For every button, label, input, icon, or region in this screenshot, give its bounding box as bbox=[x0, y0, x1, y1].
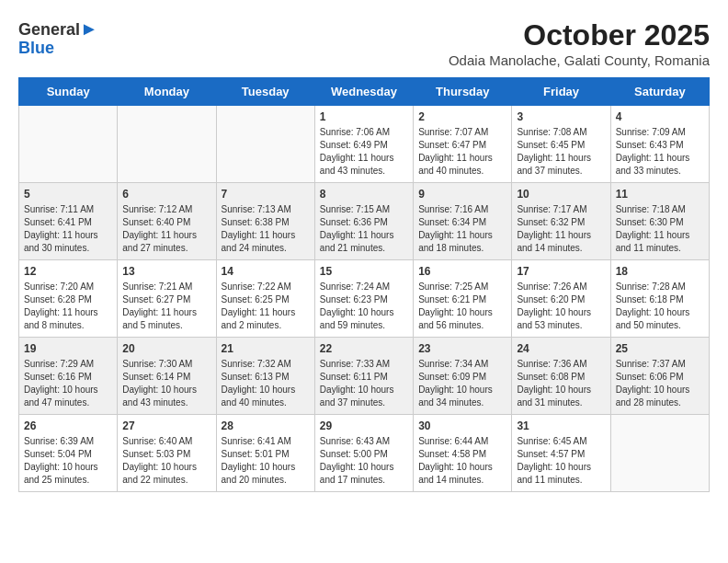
calendar-cell bbox=[19, 106, 118, 183]
calendar-cell: 6Sunrise: 7:12 AM Sunset: 6:40 PM Daylig… bbox=[118, 183, 216, 260]
day-number: 6 bbox=[122, 188, 210, 201]
day-number: 18 bbox=[616, 265, 704, 278]
calendar-cell: 26Sunrise: 6:39 AM Sunset: 5:04 PM Dayli… bbox=[19, 415, 118, 492]
calendar-cell: 1Sunrise: 7:06 AM Sunset: 6:49 PM Daylig… bbox=[314, 106, 413, 183]
title-section: October 2025 Odaia Manolache, Galati Cou… bbox=[449, 18, 710, 68]
day-number: 13 bbox=[122, 265, 210, 278]
calendar-week-row: 1Sunrise: 7:06 AM Sunset: 6:49 PM Daylig… bbox=[19, 106, 710, 183]
day-number: 14 bbox=[222, 265, 310, 278]
calendar-week-row: 5Sunrise: 7:11 AM Sunset: 6:41 PM Daylig… bbox=[19, 183, 710, 260]
day-number: 12 bbox=[24, 265, 112, 278]
day-number: 23 bbox=[418, 342, 506, 355]
location-title: Odaia Manolache, Galati County, Romania bbox=[449, 52, 710, 68]
day-cell-content: Sunrise: 7:37 AM Sunset: 6:06 PM Dayligh… bbox=[616, 358, 704, 409]
calendar-cell: 19Sunrise: 7:29 AM Sunset: 6:16 PM Dayli… bbox=[19, 338, 118, 415]
calendar-cell: 25Sunrise: 7:37 AM Sunset: 6:06 PM Dayli… bbox=[610, 338, 709, 415]
day-number: 26 bbox=[24, 419, 112, 432]
day-cell-content: Sunrise: 7:32 AM Sunset: 6:13 PM Dayligh… bbox=[222, 358, 310, 409]
day-cell-content: Sunrise: 7:22 AM Sunset: 6:25 PM Dayligh… bbox=[222, 281, 310, 332]
calendar-cell: 18Sunrise: 7:28 AM Sunset: 6:18 PM Dayli… bbox=[610, 260, 709, 338]
calendar-cell: 22Sunrise: 7:33 AM Sunset: 6:11 PM Dayli… bbox=[314, 338, 413, 415]
day-number: 7 bbox=[222, 188, 310, 201]
day-cell-content: Sunrise: 7:24 AM Sunset: 6:23 PM Dayligh… bbox=[320, 281, 408, 332]
day-cell-content: Sunrise: 7:11 AM Sunset: 6:41 PM Dayligh… bbox=[24, 203, 112, 255]
day-cell-content: Sunrise: 6:45 AM Sunset: 4:57 PM Dayligh… bbox=[517, 435, 605, 487]
day-cell-content: Sunrise: 7:20 AM Sunset: 6:28 PM Dayligh… bbox=[24, 281, 112, 332]
day-number: 19 bbox=[24, 342, 112, 355]
calendar-cell: 21Sunrise: 7:32 AM Sunset: 6:13 PM Dayli… bbox=[216, 338, 314, 415]
day-cell-content: Sunrise: 6:43 AM Sunset: 5:00 PM Dayligh… bbox=[320, 435, 408, 487]
day-number: 22 bbox=[320, 342, 408, 355]
day-cell-content: Sunrise: 7:07 AM Sunset: 6:47 PM Dayligh… bbox=[418, 126, 506, 178]
day-cell-content: Sunrise: 6:41 AM Sunset: 5:01 PM Dayligh… bbox=[222, 435, 310, 487]
page-container: General► Blue October 2025 Odaia Manolac… bbox=[18, 18, 710, 492]
weekday-header-monday: Monday bbox=[118, 78, 216, 106]
calendar-cell: 15Sunrise: 7:24 AM Sunset: 6:23 PM Dayli… bbox=[314, 260, 413, 338]
day-number: 9 bbox=[418, 188, 506, 201]
calendar-cell: 7Sunrise: 7:13 AM Sunset: 6:38 PM Daylig… bbox=[216, 183, 314, 260]
calendar-cell: 17Sunrise: 7:26 AM Sunset: 6:20 PM Dayli… bbox=[512, 260, 610, 338]
weekday-header-tuesday: Tuesday bbox=[216, 78, 314, 106]
day-number: 2 bbox=[418, 110, 506, 123]
day-cell-content: Sunrise: 7:18 AM Sunset: 6:30 PM Dayligh… bbox=[616, 203, 704, 255]
weekday-header-wednesday: Wednesday bbox=[314, 78, 413, 106]
day-cell-content: Sunrise: 7:26 AM Sunset: 6:20 PM Dayligh… bbox=[517, 281, 605, 332]
day-cell-content: Sunrise: 7:17 AM Sunset: 6:32 PM Dayligh… bbox=[517, 203, 605, 255]
calendar-cell: 27Sunrise: 6:40 AM Sunset: 5:03 PM Dayli… bbox=[118, 415, 216, 492]
day-cell-content: Sunrise: 7:06 AM Sunset: 6:49 PM Dayligh… bbox=[320, 126, 408, 178]
day-cell-content: Sunrise: 7:16 AM Sunset: 6:34 PM Dayligh… bbox=[418, 203, 506, 255]
day-number: 17 bbox=[517, 265, 605, 278]
day-cell-content: Sunrise: 7:30 AM Sunset: 6:14 PM Dayligh… bbox=[122, 358, 210, 409]
calendar-table: SundayMondayTuesdayWednesdayThursdayFrid… bbox=[18, 77, 710, 492]
calendar-cell: 13Sunrise: 7:21 AM Sunset: 6:27 PM Dayli… bbox=[118, 260, 216, 338]
day-cell-content: Sunrise: 7:08 AM Sunset: 6:45 PM Dayligh… bbox=[517, 126, 605, 178]
day-number: 29 bbox=[320, 419, 408, 432]
day-number: 20 bbox=[122, 342, 210, 355]
day-number: 10 bbox=[517, 188, 605, 201]
calendar-cell: 14Sunrise: 7:22 AM Sunset: 6:25 PM Dayli… bbox=[216, 260, 314, 338]
day-cell-content: Sunrise: 7:12 AM Sunset: 6:40 PM Dayligh… bbox=[122, 203, 210, 255]
day-cell-content: Sunrise: 6:39 AM Sunset: 5:04 PM Dayligh… bbox=[24, 435, 112, 487]
day-cell-content: Sunrise: 7:34 AM Sunset: 6:09 PM Dayligh… bbox=[418, 358, 506, 409]
calendar-cell bbox=[118, 106, 216, 183]
day-cell-content: Sunrise: 7:21 AM Sunset: 6:27 PM Dayligh… bbox=[122, 281, 210, 332]
weekday-header-sunday: Sunday bbox=[19, 78, 118, 106]
day-number: 28 bbox=[222, 419, 310, 432]
weekday-header-saturday: Saturday bbox=[610, 78, 709, 106]
weekday-header-thursday: Thursday bbox=[414, 78, 512, 106]
day-cell-content: Sunrise: 7:29 AM Sunset: 6:16 PM Dayligh… bbox=[24, 358, 112, 409]
day-number: 31 bbox=[517, 419, 605, 432]
day-cell-content: Sunrise: 7:28 AM Sunset: 6:18 PM Dayligh… bbox=[616, 281, 704, 332]
calendar-cell bbox=[610, 415, 709, 492]
calendar-cell: 29Sunrise: 6:43 AM Sunset: 5:00 PM Dayli… bbox=[314, 415, 413, 492]
calendar-cell: 3Sunrise: 7:08 AM Sunset: 6:45 PM Daylig… bbox=[512, 106, 610, 183]
calendar-cell: 28Sunrise: 6:41 AM Sunset: 5:01 PM Dayli… bbox=[216, 415, 314, 492]
day-cell-content: Sunrise: 7:33 AM Sunset: 6:11 PM Dayligh… bbox=[320, 358, 408, 409]
weekday-header-friday: Friday bbox=[512, 78, 610, 106]
logo: General► Blue bbox=[18, 18, 98, 58]
calendar-cell: 5Sunrise: 7:11 AM Sunset: 6:41 PM Daylig… bbox=[19, 183, 118, 260]
day-number: 25 bbox=[616, 342, 704, 355]
calendar-cell: 12Sunrise: 7:20 AM Sunset: 6:28 PM Dayli… bbox=[19, 260, 118, 338]
calendar-week-row: 12Sunrise: 7:20 AM Sunset: 6:28 PM Dayli… bbox=[19, 260, 710, 338]
day-cell-content: Sunrise: 7:15 AM Sunset: 6:36 PM Dayligh… bbox=[320, 203, 408, 255]
day-number: 3 bbox=[517, 110, 605, 123]
day-number: 24 bbox=[517, 342, 605, 355]
day-number: 11 bbox=[616, 188, 704, 201]
calendar-week-row: 19Sunrise: 7:29 AM Sunset: 6:16 PM Dayli… bbox=[19, 338, 710, 415]
logo-blue: Blue bbox=[18, 39, 54, 57]
calendar-cell: 30Sunrise: 6:44 AM Sunset: 4:58 PM Dayli… bbox=[414, 415, 512, 492]
day-number: 21 bbox=[222, 342, 310, 355]
calendar-cell: 23Sunrise: 7:34 AM Sunset: 6:09 PM Dayli… bbox=[414, 338, 512, 415]
calendar-cell: 11Sunrise: 7:18 AM Sunset: 6:30 PM Dayli… bbox=[610, 183, 709, 260]
day-number: 27 bbox=[122, 419, 210, 432]
day-number: 4 bbox=[616, 110, 704, 123]
calendar-cell: 2Sunrise: 7:07 AM Sunset: 6:47 PM Daylig… bbox=[414, 106, 512, 183]
weekday-header-row: SundayMondayTuesdayWednesdayThursdayFrid… bbox=[19, 78, 710, 106]
day-number: 16 bbox=[418, 265, 506, 278]
day-cell-content: Sunrise: 7:09 AM Sunset: 6:43 PM Dayligh… bbox=[616, 126, 704, 178]
day-cell-content: Sunrise: 6:44 AM Sunset: 4:58 PM Dayligh… bbox=[418, 435, 506, 487]
day-cell-content: Sunrise: 7:36 AM Sunset: 6:08 PM Dayligh… bbox=[517, 358, 605, 409]
calendar-cell bbox=[216, 106, 314, 183]
logo-general: General bbox=[18, 20, 80, 39]
